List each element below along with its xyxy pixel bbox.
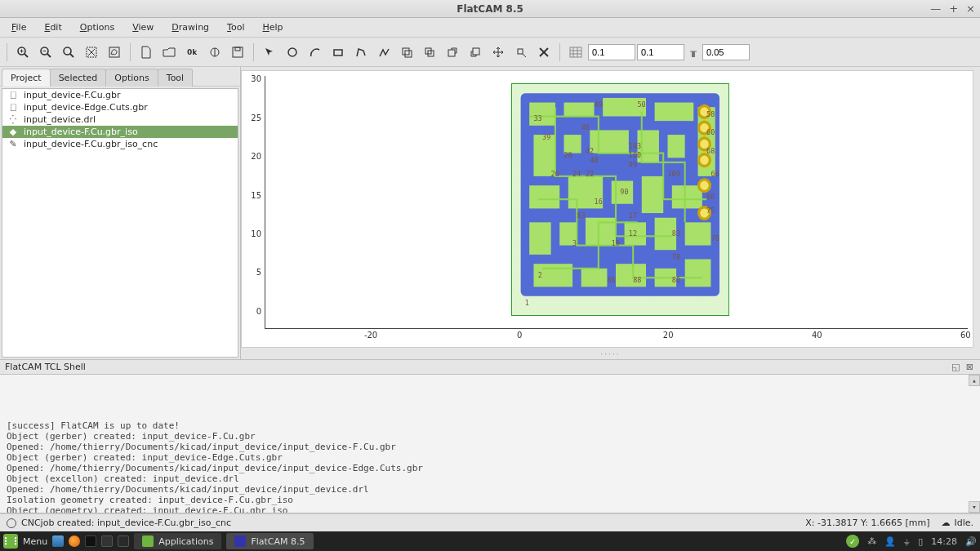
plot[interactable]: 302520151050 (241, 70, 973, 348)
taskbar-item-flatcam[interactable]: FlatCAM 8.5 (226, 533, 313, 549)
polygon-icon[interactable] (350, 42, 372, 63)
union-icon[interactable] (396, 42, 417, 63)
svg-rect-46 (529, 185, 559, 208)
menu-edit[interactable]: Edit (36, 20, 69, 35)
tree-item[interactable]: ⎕input_device-Edge.Cuts.gbr (2, 101, 238, 113)
toolbar: 0k (0, 38, 980, 67)
open-gerber-icon[interactable] (158, 42, 180, 63)
menubar: File Edit Options View Drawing Tool Help (0, 18, 980, 38)
x-tick: 0 (517, 331, 522, 340)
firefox-icon[interactable] (69, 535, 80, 547)
zoom-fit-icon[interactable] (58, 42, 79, 63)
sub2-icon[interactable] (465, 42, 486, 63)
volume-icon[interactable]: 🔊 (965, 536, 977, 547)
rectangle-icon[interactable] (327, 42, 349, 63)
svg-line-5 (47, 54, 51, 57)
shell-label-bar: FlatCAM TCL Shell ◱ ⊠ (0, 359, 980, 375)
shell-detach-icon[interactable]: ◱ (951, 362, 961, 372)
shell-close-icon[interactable]: ⊠ (966, 362, 975, 372)
svg-rect-33 (692, 51, 695, 57)
open-gcode-icon[interactable] (204, 42, 225, 63)
menu-help[interactable]: Help (254, 20, 291, 35)
tab-tool[interactable]: Tool (158, 69, 193, 87)
clock[interactable]: 14:28 (931, 536, 957, 547)
x-axis: -200204060 (265, 329, 973, 347)
tree-item[interactable]: ⁛input_device.drl (2, 113, 238, 126)
x-tick: 40 (812, 331, 822, 340)
menu-options[interactable]: Options (72, 20, 122, 35)
y-axis: 302520151050 (242, 71, 265, 329)
scroll-up-icon[interactable]: ▴ (969, 375, 980, 386)
tcl-shell[interactable]: ▴ ▾ [success] FlatCAM is up to date! Obj… (0, 375, 980, 513)
circle-icon[interactable] (282, 42, 303, 63)
flatcam-icon (234, 535, 246, 547)
select-icon[interactable] (259, 42, 280, 63)
close-button[interactable]: × (966, 2, 975, 15)
update-icon[interactable]: ✓ (846, 535, 859, 548)
new-icon[interactable] (136, 42, 157, 63)
svg-rect-39 (655, 103, 694, 122)
svg-text:50: 50 (637, 100, 645, 109)
show-desktop-icon[interactable] (52, 535, 64, 547)
move2-icon[interactable] (510, 42, 532, 63)
sub-icon[interactable] (442, 42, 463, 63)
snap-icon[interactable] (686, 42, 701, 63)
copy-icon[interactable] (419, 42, 440, 63)
menu-tool[interactable]: Tool (219, 20, 252, 35)
svg-text:58: 58 (706, 110, 715, 118)
tree-item[interactable]: ✎input_device-F.Cu.gbr_iso_cnc (2, 138, 238, 150)
bluetooth-icon[interactable]: ⁂ (867, 536, 876, 547)
svg-text:22: 22 (586, 170, 594, 178)
save-project-icon[interactable] (227, 42, 248, 63)
delete-icon[interactable] (533, 42, 555, 63)
tree-item[interactable]: ◆input_device-F.Cu.gbr_iso (2, 126, 238, 138)
window-title: FlatCAM 8.5 (457, 3, 523, 15)
zoom-in-icon[interactable] (12, 42, 33, 63)
grid-x-input[interactable] (588, 44, 635, 60)
plot-inner[interactable]: 334950 394658 284210360 4010068 26242299… (265, 76, 968, 329)
taskbar-item-applications[interactable]: Applications (134, 533, 221, 549)
files-icon[interactable] (101, 535, 113, 547)
tab-project[interactable]: Project (2, 69, 51, 87)
splitter-handle[interactable]: ····· (241, 349, 980, 359)
zoom-out-icon[interactable] (35, 42, 56, 63)
menu-file[interactable]: File (3, 20, 34, 35)
tabbar: Project Selected Options Tool (0, 67, 240, 87)
arc-icon[interactable] (305, 42, 326, 63)
svg-text:26: 26 (551, 170, 559, 178)
grid-icon[interactable] (565, 42, 586, 63)
taskbar-menu-label[interactable]: Menu (23, 536, 47, 547)
minimize-button[interactable]: — (930, 2, 941, 15)
coordinate-readout: X: -31.3817 Y: 1.6665 [mm] (805, 518, 929, 528)
x-tick: 60 (960, 331, 971, 340)
wifi-icon[interactable]: ⏚ (904, 536, 910, 547)
menu-view[interactable]: View (124, 20, 162, 35)
terminal-icon[interactable] (85, 535, 96, 547)
path-icon[interactable] (373, 42, 394, 63)
user-icon[interactable]: 👤 (884, 536, 896, 547)
svg-text:80: 80 (672, 276, 680, 284)
menu-drawing[interactable]: Drawing (163, 20, 217, 35)
project-tree[interactable]: ⎕input_device-F.Cu.gbr⎕input_device-Edge… (2, 88, 238, 358)
battery-icon[interactable]: ▯ (918, 536, 923, 547)
snap-input[interactable] (702, 44, 750, 60)
svg-point-17 (288, 48, 296, 56)
scroll-down-icon[interactable]: ▾ (969, 501, 980, 513)
cnc-icon: ✎ (7, 139, 19, 149)
tree-item[interactable]: ⎕input_device-F.Cu.gbr (2, 89, 238, 101)
svg-rect-45 (668, 135, 685, 158)
grid-y-input[interactable] (637, 44, 684, 60)
y-tick: 5 (256, 268, 261, 277)
mint-menu-icon[interactable]: ⋮⋮ (3, 534, 18, 549)
replot-icon[interactable] (104, 42, 125, 63)
clear-plot-icon[interactable] (81, 42, 102, 63)
files2-icon[interactable] (118, 535, 129, 547)
taskbar-item-label: Applications (158, 536, 213, 547)
maximize-button[interactable]: + (949, 2, 958, 15)
open-excellon-icon[interactable]: 0k (181, 42, 203, 63)
tab-options[interactable]: Options (105, 69, 158, 87)
tab-selected[interactable]: Selected (50, 69, 107, 87)
y-tick: 25 (251, 113, 261, 122)
svg-point-7 (64, 47, 71, 55)
move-icon[interactable] (488, 42, 509, 63)
